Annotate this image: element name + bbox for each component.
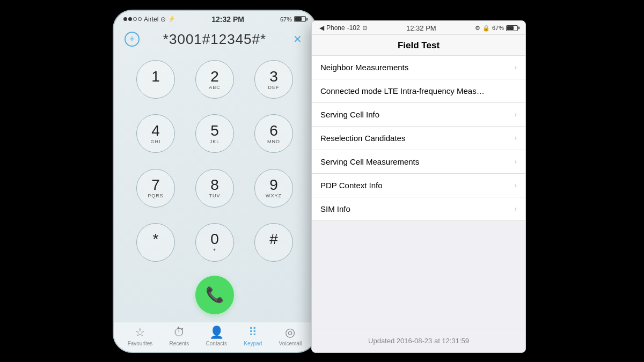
back-label-text: Phone [326, 24, 345, 32]
menu-chevron-serving-cell-info: › [514, 110, 517, 119]
key-star-sub [155, 247, 157, 253]
menu-item-neighbor-label: Neighbor Measurements [320, 63, 408, 72]
status-right-right-group: ⚙ 🔒 67% [475, 25, 518, 32]
dialer-plus-button[interactable]: + [125, 32, 140, 47]
wifi-right-icon: ⊙ [362, 24, 368, 32]
key-9[interactable]: 9 WXYZ [254, 169, 293, 208]
menu-chevron-pdp: › [514, 181, 517, 189]
back-arrow-icon: ◀ [319, 24, 324, 32]
backspace-button[interactable]: ✕ [290, 32, 305, 47]
menu-chevron-serving-measurements: › [514, 157, 517, 166]
status-right-group: 67% [280, 16, 306, 23]
menu-item-serving-measurements[interactable]: Serving Cell Measurements › [312, 150, 525, 174]
signal-dot-3 [133, 17, 137, 21]
phone-right: ◀ Phone -102 ⊙ 12:32 PM ⚙ 🔒 67% Field Te… [311, 20, 526, 353]
key-8[interactable]: 8 TUV [195, 169, 234, 208]
screenshot-container: Airtel ⊙ ⚡ 12:32 PM 67% + *3001#12345#* … [0, 0, 644, 362]
key-4-sub: GHI [150, 139, 160, 144]
menu-item-pdp-label: PDP Context Info [320, 181, 383, 190]
plus-icon: + [129, 34, 135, 45]
menu-item-neighbor[interactable]: Neighbor Measurements › [312, 56, 525, 79]
menu-section: Neighbor Measurements › Connected mode L… [312, 56, 525, 221]
battery-percent: 67% [280, 16, 292, 23]
status-bar-right: ◀ Phone -102 ⊙ 12:32 PM ⚙ 🔒 67% [312, 21, 525, 35]
battery-bar-right [506, 25, 518, 31]
wifi-icon: ⊙ [160, 16, 166, 23]
key-8-main: 8 [210, 178, 219, 193]
battery-bar [294, 16, 306, 22]
key-1[interactable]: 1 [136, 60, 175, 99]
key-hash-sub [273, 247, 275, 253]
carrier-name: Airtel [144, 16, 158, 23]
key-6-sub: MNO [267, 139, 280, 144]
menu-item-lte[interactable]: Connected mode LTE Intra-frequency Meas… [312, 79, 525, 103]
update-footer: Updated 2016-08-23 at 12:31:59 [312, 329, 525, 352]
nav-contacts[interactable]: 👤 Contacts [206, 326, 227, 346]
key-0-main: 0 [210, 232, 219, 247]
contacts-label: Contacts [206, 341, 227, 346]
key-6-main: 6 [269, 123, 278, 138]
key-3-sub: DEF [268, 85, 280, 90]
nav-recents[interactable]: ⏱ Recents [170, 326, 189, 346]
key-2-sub: ABC [209, 85, 221, 90]
favourites-icon: ☆ [135, 326, 145, 339]
nav-favourites[interactable]: ☆ Favourites [128, 326, 153, 346]
menu-item-lte-label: Connected mode LTE Intra-frequency Meas… [320, 86, 485, 95]
nav-voicemail[interactable]: ◎ Voicemail [279, 326, 302, 346]
key-5-sub: JKL [210, 139, 220, 144]
menu-item-reselection[interactable]: Reselection Candidates › [312, 127, 525, 150]
key-0-sub: + [213, 247, 216, 253]
menu-chevron-neighbor: › [514, 63, 517, 71]
dialer-display: *3001#12345#* [147, 31, 282, 48]
menu-spacer [312, 221, 525, 236]
key-7-sub: PQRS [148, 193, 164, 198]
menu-item-pdp[interactable]: PDP Context Info › [312, 174, 525, 197]
recents-label: Recents [170, 341, 189, 346]
key-star[interactable]: * [136, 223, 175, 262]
key-5-main: 5 [210, 123, 219, 138]
key-0[interactable]: 0 + [195, 223, 234, 262]
key-3[interactable]: 3 DEF [254, 60, 293, 99]
signal-value: -102 [347, 24, 360, 32]
backspace-icon: ✕ [293, 33, 302, 46]
signal-indicator: ⚡ [168, 16, 175, 23]
key-3-main: 3 [269, 69, 278, 84]
status-right-left-group: ◀ Phone -102 ⊙ [319, 24, 368, 32]
key-9-main: 9 [269, 178, 278, 193]
battery-fill [295, 17, 302, 21]
voicemail-label: Voicemail [279, 341, 302, 346]
key-8-sub: TUV [209, 193, 221, 198]
battery-fill-right [507, 26, 514, 30]
phone-left: Airtel ⊙ ⚡ 12:32 PM 67% + *3001#12345#* … [113, 10, 317, 353]
call-icon: 📞 [206, 286, 224, 304]
nav-keypad[interactable]: ⠿ Keypad [244, 326, 262, 346]
key-2[interactable]: 2 ABC [195, 60, 234, 99]
call-button[interactable]: 📞 [195, 276, 234, 314]
menu-list: Neighbor Measurements › Connected mode L… [312, 56, 525, 329]
status-time-left: 12:32 PM [211, 15, 244, 24]
keypad-icon: ⠿ [248, 326, 257, 339]
status-time-right: 12:32 PM [406, 24, 436, 32]
menu-item-serving-cell-info-label: Serving Cell Info [320, 110, 379, 119]
menu-chevron-sim: › [514, 204, 517, 213]
battery-right-percent: 67% [492, 25, 504, 31]
key-6[interactable]: 6 MNO [254, 114, 293, 153]
keypad-label: Keypad [244, 341, 262, 346]
signal-dot-2 [128, 17, 132, 21]
call-row: 📞 [114, 270, 316, 322]
menu-item-reselection-label: Reselection Candidates [320, 134, 405, 143]
lock-icon: 🔒 [482, 25, 490, 32]
key-hash[interactable]: # [254, 223, 293, 262]
key-7[interactable]: 7 PQRS [136, 169, 175, 208]
menu-item-sim[interactable]: SIM Info › [312, 197, 525, 221]
field-test-title: Field Test [312, 35, 525, 56]
favourites-label: Favourites [128, 341, 153, 346]
key-2-main: 2 [210, 69, 219, 84]
key-7-main: 7 [151, 178, 160, 193]
left-signal-group: Airtel ⊙ ⚡ [123, 16, 175, 23]
key-5[interactable]: 5 JKL [195, 114, 234, 153]
key-4[interactable]: 4 GHI [136, 114, 175, 153]
menu-item-serving-cell-info[interactable]: Serving Cell Info › [312, 103, 525, 127]
settings-icon: ⚙ [475, 25, 480, 32]
key-star-main: * [153, 232, 159, 247]
